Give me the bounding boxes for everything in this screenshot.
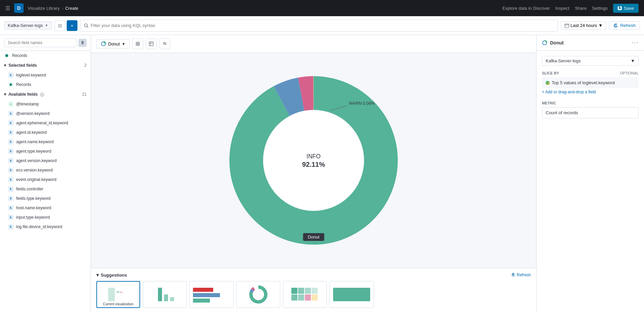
field-name-log-file-device: log.file.device_id.keyword: [16, 224, 62, 229]
breadcrumb-create[interactable]: Create: [65, 6, 78, 11]
add-field-button[interactable]: + Add or drag-and-drop a field: [542, 88, 596, 96]
keyword-type-icon-6: k: [8, 158, 13, 163]
svg-rect-44: [333, 288, 370, 301]
field-agent-type[interactable]: k agent.type.keyword: [0, 147, 91, 156]
svg-rect-26: [158, 288, 162, 301]
slice-indicator: [546, 81, 550, 85]
suggestion-grid[interactable]: [283, 281, 327, 308]
breadcrumb-visualize[interactable]: Visualize Library: [28, 6, 60, 11]
search-field-input[interactable]: [4, 38, 76, 47]
right-panel-index-chevron-icon: ▼: [631, 58, 635, 63]
field-host-name[interactable]: k host.name.keyword: [0, 203, 91, 213]
field-fields-controller[interactable]: k fields.controller: [0, 184, 91, 194]
right-panel-body: Kafka-Server-logs ▼ Slice by Optional To…: [537, 51, 644, 124]
field-input-type[interactable]: k input.type.keyword: [0, 213, 91, 222]
right-panel-more-button[interactable]: ···: [632, 39, 639, 46]
field-fields-type[interactable]: k fields.type.keyword: [0, 194, 91, 203]
slice-by-label: Slice by: [542, 71, 559, 75]
sliders-icon: [162, 41, 167, 46]
share-link[interactable]: Share: [575, 6, 587, 11]
chart-type-chevron-icon: ▼: [122, 42, 125, 46]
field-log-file-device[interactable]: k log.file.device_id.keyword: [0, 222, 91, 231]
donut-panel-icon: [542, 40, 547, 45]
chart-tooltip-text: Donut: [308, 235, 320, 240]
suggestions-title: ▾ Suggestions: [96, 272, 127, 278]
metric-value-item[interactable]: Count of records: [542, 107, 639, 118]
svg-rect-38: [305, 288, 311, 294]
svg-point-46: [544, 42, 546, 44]
keyword-type-icon-10: k: [8, 196, 13, 201]
field-name-event-original: event.original.keyword: [16, 177, 56, 182]
svg-rect-2: [565, 24, 569, 28]
hamburger-icon[interactable]: ☰: [5, 5, 10, 11]
field-agent-id[interactable]: k agent.id.keyword: [0, 128, 91, 137]
left-sidebar: 0 Records ▾ Selected fields 2: [0, 35, 91, 312]
available-fields-header[interactable]: ▾ Available fields i 21: [0, 89, 91, 99]
suggestion-bar-horizontal[interactable]: [189, 281, 234, 308]
date-range-label: Last 24 hours: [571, 23, 597, 28]
svg-rect-15: [138, 44, 139, 45]
suggestion-current-label: Current visualization: [97, 302, 139, 306]
chart-type-button[interactable]: Donut ▼: [96, 39, 130, 49]
slice-by-item[interactable]: Top 5 values of loglevel.keyword: [542, 77, 639, 88]
filter-bar: Kafka-Server-logs ▼ ⊟ + Last 24 hours ▼: [0, 16, 644, 35]
filter-right: Last 24 hours ▼ Refresh: [561, 21, 640, 30]
chart-type-label: Donut: [108, 41, 120, 46]
filter-options-button[interactable]: ⊟: [55, 20, 65, 31]
add-filter-button[interactable]: +: [67, 20, 77, 31]
filter-actions: ⊟ +: [55, 20, 77, 31]
edit-icon-button[interactable]: [132, 38, 143, 49]
index-selector[interactable]: Kafka-Server-logs ▼: [4, 21, 52, 30]
field-event-original[interactable]: k event.original.keyword: [0, 175, 91, 184]
field-agent-name[interactable]: k agent.name.keyword: [0, 137, 91, 147]
options-icon-button[interactable]: [159, 38, 170, 49]
field-version-keyword[interactable]: k @version.keyword: [0, 109, 91, 118]
table-icon-button[interactable]: [146, 38, 157, 49]
calendar-icon: [565, 23, 569, 28]
svg-point-22: [165, 44, 166, 45]
svg-rect-14: [136, 44, 137, 45]
svg-point-0: [84, 24, 87, 27]
keyword-type-icon-8: k: [8, 177, 13, 182]
layers-icon: [135, 41, 140, 46]
field-name-input-type: input.type.keyword: [16, 215, 50, 220]
selected-field-records[interactable]: Records: [0, 80, 91, 89]
filter-input[interactable]: [91, 23, 554, 28]
date-range-button[interactable]: Last 24 hours ▼: [561, 21, 607, 30]
index-chevron-icon: ▼: [45, 24, 48, 27]
save-button[interactable]: Save: [613, 4, 639, 13]
inspect-link[interactable]: Inspect: [555, 6, 570, 11]
suggestions-refresh[interactable]: Refresh: [511, 273, 531, 277]
metric-label: Metric: [542, 101, 556, 105]
right-panel-index-dropdown[interactable]: Kafka-Server-logs ▼: [542, 56, 639, 66]
metric-value: Count of records: [546, 110, 578, 115]
suggestion-bar-v-svg: [148, 284, 182, 305]
suggestion-donut[interactable]: [236, 281, 280, 308]
refresh-button[interactable]: Refresh: [609, 21, 640, 30]
records-item[interactable]: Records: [0, 51, 91, 60]
slice-by-value: Top 5 values of loglevel.keyword: [552, 80, 615, 85]
selected-fields-section: ▾ Selected fields 2 k loglevel.keyword R…: [0, 60, 91, 89]
add-field-label: + Add or drag-and-drop a field: [542, 90, 596, 94]
field-agent-ephemeral[interactable]: k agent.ephemeral_id.keyword: [0, 118, 91, 128]
suggestion-current-svg: [101, 284, 135, 305]
date-chevron-icon: ▼: [599, 23, 603, 28]
explore-discover-link[interactable]: Explore data in Discover: [503, 6, 550, 11]
suggestion-bar-vertical[interactable]: [143, 281, 187, 308]
chart-toolbar: Donut ▼: [91, 35, 536, 53]
svg-point-7: [10, 84, 12, 86]
suggestion-current[interactable]: Current visualization: [96, 281, 140, 308]
field-ecs-version[interactable]: k ecs.version.keyword: [0, 165, 91, 175]
chart-tooltip: Donut: [303, 233, 324, 241]
settings-link[interactable]: Settings: [592, 6, 608, 11]
field-timestamp[interactable]: t @timestamp: [0, 99, 91, 109]
keyword-type-icon-12: k: [8, 215, 13, 220]
slice-by-section: Slice by Optional Top 5 values of loglev…: [542, 71, 639, 96]
available-count: 21: [82, 92, 87, 97]
field-name-agent-id: agent.id.keyword: [16, 130, 47, 135]
field-agent-version[interactable]: k agent.version.keyword: [0, 156, 91, 165]
selected-fields-header[interactable]: ▾ Selected fields 2: [0, 60, 91, 70]
svg-point-35: [254, 290, 263, 299]
selected-field-loglevel[interactable]: k loglevel.keyword: [0, 70, 91, 80]
suggestion-area[interactable]: [329, 281, 374, 308]
